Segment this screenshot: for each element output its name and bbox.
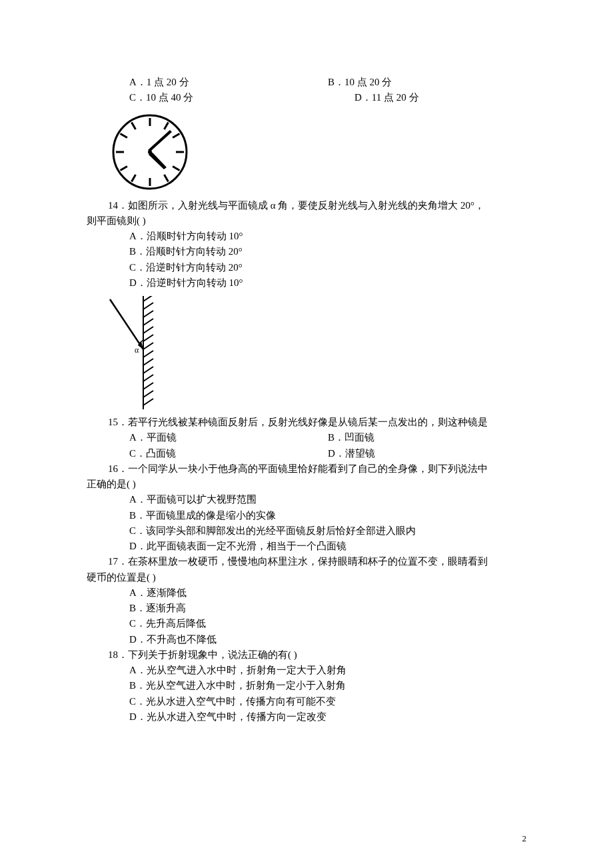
q14-stem-line1: 14．如图所示，入射光线与平面镜成 α 角，要使反射光线与入射光线的夹角增大 2…	[87, 198, 526, 213]
q14-option-a: A．沿顺时针方向转动 10°	[87, 229, 526, 244]
svg-line-28	[143, 383, 153, 389]
q15-option-b: B．凹面镜	[328, 430, 526, 445]
svg-marker-14	[149, 152, 167, 169]
q15-options-row2: C．凸面镜 D．潜望镜	[87, 446, 526, 461]
q18-stem: 18．下列关于折射现象中，说法正确的有( )	[87, 647, 526, 663]
clock-figure-icon	[107, 109, 193, 195]
q14-option-c: C．沿逆时针方向转动 20°	[87, 260, 526, 275]
q16-stem-line1: 16．一个同学从一块小于他身高的平面镜里恰好能看到了自己的全身像，则下列说法中	[87, 461, 526, 477]
q18-option-a: A．光从空气进入水中时，折射角一定大于入射角	[87, 663, 526, 678]
q17-stem-line2: 硬币的位置是( )	[87, 570, 526, 585]
q15-option-c: C．凸面镜	[87, 446, 328, 461]
svg-line-19	[143, 311, 153, 317]
q13-option-b: B．10 点 20 分	[328, 75, 526, 90]
q14-option-d: D．沿逆时针方向转动 10°	[87, 275, 526, 291]
mirror-ray-figure-icon: α	[107, 296, 180, 409]
svg-line-26	[143, 367, 153, 373]
q14-option-b: B．沿顺时针方向转动 20°	[87, 244, 526, 259]
svg-line-25	[143, 359, 153, 365]
svg-line-22	[143, 335, 153, 341]
q17-stem-line1: 17．在茶杯里放一枚硬币，慢慢地向杯里注水，保持眼睛和杯子的位置不变，眼睛看到	[87, 554, 526, 569]
q16-option-c: C．该同学头部和脚部发出的光经平面镜反射后恰好全部进入眼内	[87, 523, 526, 539]
svg-text:α: α	[135, 345, 139, 355]
svg-line-31	[110, 299, 143, 349]
q17-option-d: D．不升高也不降低	[87, 632, 526, 647]
svg-line-8	[132, 175, 136, 181]
q17-option-b: B．逐渐升高	[87, 601, 526, 616]
svg-line-24	[143, 351, 153, 357]
q15-option-a: A．平面镜	[87, 430, 328, 445]
q16-option-a: A．平面镜可以扩大视野范围	[87, 492, 526, 507]
q13-option-c: C．10 点 40 分	[87, 90, 301, 105]
q16-option-b: B．平面镜里成的像是缩小的实像	[87, 508, 526, 523]
svg-line-21	[143, 327, 153, 333]
q16-stem-line2: 正确的是( )	[87, 477, 526, 492]
q13-options-row2: C．10 点 40 分 D．11 点 20 分	[87, 90, 526, 105]
q13-option-d: D．11 点 20 分	[301, 90, 526, 105]
q15-stem: 15．若平行光线被某种镜面反射后，反射光线好像是从镜后某一点发出的，则这种镜是	[87, 415, 526, 430]
svg-line-11	[121, 133, 127, 137]
svg-line-18	[143, 303, 153, 309]
svg-line-27	[143, 375, 153, 381]
q18-option-d: D．光从水进入空气中时，传播方向一定改变	[87, 709, 526, 725]
svg-line-2	[165, 122, 169, 129]
svg-line-12	[132, 122, 136, 129]
svg-line-3	[173, 133, 179, 137]
q13-option-a: A．1 点 20 分	[87, 75, 328, 90]
svg-line-9	[121, 166, 127, 170]
svg-point-15	[148, 150, 152, 154]
q14-stem-line2: 则平面镜则( )	[87, 213, 526, 229]
q17-option-c: C．先升高后降低	[87, 616, 526, 631]
q13-options-row1: A．1 点 20 分 B．10 点 20 分	[87, 75, 526, 90]
q17-option-a: A．逐渐降低	[87, 585, 526, 601]
q16-option-d: D．此平面镜表面一定不光滑，相当于一个凸面镜	[87, 539, 526, 554]
svg-line-6	[165, 175, 169, 181]
svg-line-20	[143, 319, 153, 325]
exam-page: A．1 点 20 分 B．10 点 20 分 C．10 点 40 分 D．11 …	[0, 0, 613, 868]
svg-marker-13	[148, 130, 172, 152]
q18-option-c: C．光从水进入空气中时，传播方向有可能不变	[87, 694, 526, 709]
q18-option-b: B．光从空气进入水中时，折射角一定小于入射角	[87, 678, 526, 693]
svg-line-23	[143, 343, 153, 349]
svg-line-30	[143, 399, 153, 405]
svg-line-5	[173, 166, 179, 170]
q15-option-d: D．潜望镜	[328, 446, 526, 461]
svg-line-17	[143, 296, 153, 301]
svg-line-29	[143, 391, 153, 397]
page-number: 2	[522, 832, 527, 845]
q15-options-row1: A．平面镜 B．凹面镜	[87, 430, 526, 445]
